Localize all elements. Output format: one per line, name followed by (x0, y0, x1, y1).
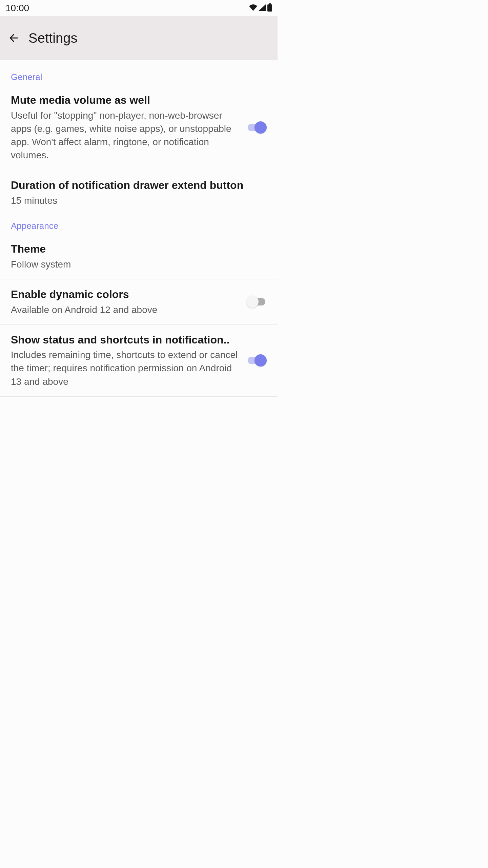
setting-title: Mute media volume as well (11, 93, 240, 107)
setting-value: 15 minutes (11, 194, 260, 207)
back-button[interactable] (5, 30, 22, 46)
status-icons (249, 3, 272, 13)
arrow-back-icon (7, 32, 20, 44)
setting-mute-media[interactable]: Mute media volume as well Useful for "st… (0, 85, 278, 170)
section-header-appearance: Appearance (0, 215, 278, 234)
settings-content: General Mute media volume as well Useful… (0, 60, 278, 397)
setting-text: Enable dynamic colors Available on Andro… (11, 288, 246, 316)
wifi-icon (249, 4, 257, 12)
setting-text: Show status and shortcuts in notificatio… (11, 333, 246, 388)
setting-title: Enable dynamic colors (11, 288, 240, 302)
svg-rect-1 (267, 4, 272, 12)
setting-title: Show status and shortcuts in notificatio… (11, 333, 240, 347)
page-title: Settings (28, 31, 78, 46)
setting-value: Follow system (11, 258, 260, 271)
section-header-general: General (0, 66, 278, 85)
setting-title: Theme (11, 242, 260, 256)
status-bar: 10:00 (0, 0, 278, 16)
setting-duration[interactable]: Duration of notification drawer extend b… (0, 170, 278, 215)
setting-description: Available on Android 12 and above (11, 303, 240, 316)
toggle-thumb (255, 354, 267, 367)
setting-theme[interactable]: Theme Follow system (0, 234, 278, 279)
setting-text: Duration of notification drawer extend b… (11, 178, 267, 207)
toggle-thumb (246, 296, 259, 308)
status-time: 10:00 (5, 3, 29, 14)
toggle-show-status[interactable] (246, 355, 267, 366)
signal-icon (259, 4, 266, 12)
setting-show-status[interactable]: Show status and shortcuts in notificatio… (0, 325, 278, 397)
setting-description: Includes remaining time, shortcuts to ex… (11, 348, 240, 388)
app-bar: Settings (0, 16, 278, 60)
svg-rect-0 (269, 3, 271, 4)
toggle-mute-media[interactable] (246, 122, 267, 133)
toggle-thumb (255, 121, 267, 134)
battery-icon (267, 3, 272, 13)
setting-dynamic-colors[interactable]: Enable dynamic colors Available on Andro… (0, 279, 278, 325)
setting-text: Theme Follow system (11, 242, 267, 271)
toggle-dynamic-colors[interactable] (246, 296, 267, 307)
setting-text: Mute media volume as well Useful for "st… (11, 93, 246, 162)
setting-title: Duration of notification drawer extend b… (11, 178, 260, 193)
setting-description: Useful for "stopping" non-player, non-we… (11, 109, 240, 162)
